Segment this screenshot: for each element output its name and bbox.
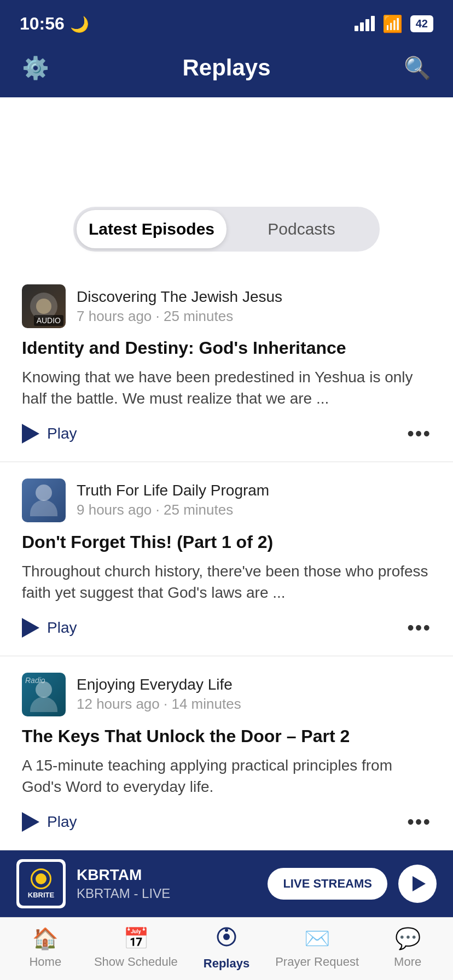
episode-header: Truth For Life Daily Program 9 hours ago… [22,479,431,522]
header: ⚙️ Replays 🔍 [0,44,453,97]
episode-time-ago: 12 hours ago · 14 minutes [77,696,241,713]
episode-header: Discovering The Jewish Jesus 7 hours ago… [22,284,431,328]
battery-indicator: 42 [410,15,433,32]
svg-point-1 [223,934,230,940]
play-label: Play [47,813,77,831]
show-name: Discovering The Jewish Jesus [77,288,282,306]
play-icon [22,618,39,638]
home-icon: 🏠 [32,926,58,950]
now-playing-play-button[interactable] [398,865,437,903]
episode-meta: Discovering The Jewish Jesus 7 hours ago… [77,288,282,325]
episode-meta: Truth For Life Daily Program 9 hours ago… [77,482,269,518]
nav-item-replays[interactable]: Replays [181,926,272,971]
episode-description: Throughout church history, there've been… [22,561,431,603]
status-time: 10:56 [20,14,89,34]
episode-actions: Play ••• [22,616,431,639]
tabs-wrapper: Latest Episodes Podcasts [73,207,380,252]
play-button[interactable]: Play [22,812,77,832]
now-playing-bar: KBRITE KBRTAM KBRTAM - LIVE LIVE STREAMS [0,850,453,917]
nav-item-prayer[interactable]: ✉️ Prayer Request [272,926,363,971]
live-streams-button[interactable]: LIVE STREAMS [268,868,387,900]
schedule-icon: 📅 [123,926,149,950]
tab-latest-episodes[interactable]: Latest Episodes [77,210,226,248]
search-icon[interactable]: 🔍 [404,55,431,81]
episode-list: Discovering The Jewish Jesus 7 hours ago… [0,268,453,850]
episode-description: A 15-minute teaching applying practical … [22,755,431,797]
list-item: Discovering The Jewish Jesus 7 hours ago… [0,268,453,462]
signal-icon [355,16,375,31]
nav-label-replays: Replays [204,956,249,971]
page-title: Replays [182,55,270,81]
episode-title: The Keys That Unlock the Door – Part 2 [22,725,431,748]
play-button[interactable]: Play [22,424,77,444]
station-name: KBRTAM [77,866,257,884]
nav-label-schedule: Show Schedule [94,955,178,969]
nav-item-home[interactable]: 🏠 Home [0,926,91,971]
settings-icon[interactable]: ⚙️ [22,55,49,81]
prayer-icon: ✉️ [304,926,330,950]
nav-label-more: More [394,955,421,969]
episode-thumbnail [22,673,66,716]
status-bar: 10:56 📶 42 [0,0,453,44]
replays-icon [216,926,237,952]
bottom-nav: 🏠 Home 📅 Show Schedule Replays ✉️ Prayer… [0,917,453,976]
episode-actions: Play ••• [22,810,431,833]
more-icon: 💬 [395,926,421,950]
episode-meta: Enjoying Everyday Life 12 hours ago · 14… [77,676,241,713]
tab-podcasts[interactable]: Podcasts [226,210,376,248]
home-indicator [0,976,453,980]
tabs-container: Latest Episodes Podcasts [0,196,453,268]
time-display: 10:56 [20,14,65,34]
episode-time-ago: 9 hours ago · 25 minutes [77,501,269,518]
play-icon [22,812,39,832]
nav-label-home: Home [29,955,61,969]
list-item: Truth For Life Daily Program 9 hours ago… [0,462,453,656]
now-playing-info: KBRTAM KBRTAM - LIVE [77,866,257,901]
nav-label-prayer: Prayer Request [275,955,359,969]
episode-actions: Play ••• [22,422,431,445]
episode-title: Don't Forget This! (Part 1 of 2) [22,531,431,554]
status-icons: 📶 42 [355,14,433,33]
list-item: Enjoying Everyday Life 12 hours ago · 14… [0,656,453,850]
play-circle-icon [413,876,426,891]
more-options-button[interactable]: ••• [407,616,431,639]
play-label: Play [47,425,77,442]
show-name: Truth For Life Daily Program [77,482,269,499]
nav-item-more[interactable]: 💬 More [362,926,453,971]
episode-header: Enjoying Everyday Life 12 hours ago · 14… [22,673,431,716]
wifi-icon: 📶 [382,14,403,33]
moon-icon [70,14,89,34]
episode-thumbnail [22,284,66,328]
station-logo: KBRITE [16,859,66,908]
episode-time-ago: 7 hours ago · 25 minutes [77,308,282,325]
play-icon [22,424,39,444]
episode-title: Identity and Destiny: God's Inheritance [22,337,431,360]
episode-description: Knowing that we have been predestined in… [22,366,431,409]
play-label: Play [47,619,77,637]
episode-thumbnail [22,479,66,522]
more-options-button[interactable]: ••• [407,810,431,833]
play-button[interactable]: Play [22,618,77,638]
svg-point-2 [225,929,228,932]
show-name: Enjoying Everyday Life [77,676,241,693]
nav-item-schedule[interactable]: 📅 Show Schedule [91,926,182,971]
more-options-button[interactable]: ••• [407,422,431,445]
station-sub: KBRTAM - LIVE [77,886,257,901]
banner-area [0,97,453,196]
